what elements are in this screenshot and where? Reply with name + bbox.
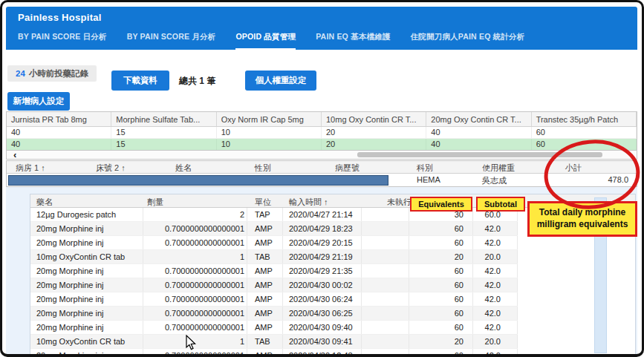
cell-drug: 20mg Morphine inj [30, 236, 143, 249]
cell-dose: 0.7000000000000001 [143, 349, 247, 354]
cell-reason [362, 222, 409, 235]
column-header-unit[interactable]: 單位 [255, 197, 271, 208]
redaction-bar [8, 175, 388, 186]
cell: 40 [7, 139, 111, 150]
cell-equivalents: 60 [409, 292, 473, 306]
cell: 10 [217, 127, 322, 138]
cell-unit: AMP [247, 349, 283, 354]
cell-time: 2020/04/29 21:19 [283, 250, 362, 263]
column-header-name[interactable]: 姓名 [175, 163, 192, 174]
cell-time: 2020/04/27 21:14 [283, 208, 362, 221]
table-row-selected[interactable]: 40 15 10 20 40 60 [7, 139, 637, 151]
cell-equivalents: 60 [409, 307, 473, 320]
cell-drug: 20mg Morphine inj [30, 292, 143, 306]
cell: 40 [426, 127, 531, 138]
cell-reason [362, 250, 409, 263]
patient-subtotal: 478.0 [608, 175, 628, 184]
medication-row[interactable]: 20mg Morphine inj 0.7000000000000001 AMP… [30, 292, 518, 307]
column-header-drug[interactable]: 藥名 [36, 197, 53, 208]
column-header-input-time[interactable]: 輸入時間 ↑ [289, 197, 328, 208]
tab-pain-eq-statistics[interactable]: 住院開刀病人PAIN EQ 統計分析 [411, 32, 525, 50]
cell-time: 2020/04/29 20:15 [283, 236, 362, 249]
cell: 40 [426, 139, 531, 150]
cell-drug: 20mg Morphine inj [30, 349, 143, 354]
patient-department: HEMA [417, 175, 440, 184]
medication-row[interactable]: 20mg Morphine inj 0.7000000000000001 AMP… [30, 349, 518, 354]
cell-equivalents: 20 [409, 250, 473, 263]
cell-unit: TAB [247, 250, 283, 263]
column-header[interactable]: 20mg Oxy Contin CR T... [426, 112, 531, 126]
medication-row[interactable]: 20mg Morphine inj 0.7000000000000001 AMP… [30, 264, 518, 278]
column-header[interactable]: Transtec 35µg/h Patch [532, 112, 637, 126]
cell-drug: 10mg OxyContin CR tab [30, 335, 143, 348]
column-header-chart-no[interactable]: 病歷號 [335, 163, 360, 174]
tab-pain-score-monthly[interactable]: BY PAIN SCORE 月分析 [127, 32, 216, 50]
hours-value: 24 [16, 69, 25, 78]
column-header[interactable]: Jurnista PR Tab 8mg [7, 112, 111, 126]
column-header[interactable]: 10mg Oxy Contin CR T... [322, 112, 426, 126]
column-header-bed[interactable]: 床號 2 ↑ [96, 163, 126, 174]
column-header-weight-user[interactable]: 使用權重 [482, 163, 515, 174]
cell-unit: AMP [247, 222, 283, 235]
cell-unit: TAP [247, 208, 283, 221]
tab-pain-eq-maintenance[interactable]: PAIN EQ 基本檔維護 [316, 32, 390, 50]
cell-equivalents: 60 [409, 349, 473, 354]
personal-weight-button[interactable]: 個人權重設定 [245, 71, 316, 91]
column-header-subtotal[interactable]: 小計 [565, 163, 582, 174]
cell-unit: AMP [247, 307, 283, 320]
patient-weight-user: 吳志成 [482, 175, 507, 186]
cell-reason [362, 278, 409, 292]
cell-reason [362, 349, 409, 354]
cell-subtotal: 42.0 [473, 292, 518, 306]
column-header-gender[interactable]: 性別 [255, 163, 271, 174]
medication-row[interactable]: 20mg Morphine inj 0.7000000000000001 AMP… [30, 278, 518, 292]
medication-row[interactable]: 10mg OxyContin CR tab 1 TAB 2020/04/30 0… [30, 335, 518, 349]
cell-drug: 20mg Morphine inj [30, 222, 143, 235]
download-data-button[interactable]: 下載資料 [111, 71, 169, 91]
cell-time: 2020/04/30 06:25 [283, 307, 362, 320]
medication-row[interactable]: 20mg Morphine inj 0.7000000000000001 AMP… [30, 222, 518, 236]
tab-opoid-quality[interactable]: OPOID 品質管理 [235, 32, 296, 50]
cell-reason [362, 307, 409, 320]
patient-table-header: 病房 1 ↑ 床號 2 ↑ 姓名 性別 病歷號 科別 使用權重 小計 [7, 161, 637, 174]
cell-drug: 20mg Morphine inj [30, 307, 143, 320]
column-header[interactable]: Morphine Sulfate Tab... [111, 112, 216, 126]
cell: 60 [532, 127, 637, 138]
app-header: Painless Hospital BY PAIN SCORE 日分析 BY P… [6, 7, 637, 50]
cell-drug: 12µg Durogesic patch [30, 208, 143, 221]
column-header-dose[interactable]: 劑量 [147, 197, 163, 208]
cell-dose: 0.7000000000000001 [143, 321, 247, 334]
horizontal-scrollbar[interactable]: ‹ [6, 150, 637, 160]
cell-dose: 0.7000000000000001 [143, 236, 247, 249]
cell-drug: 20mg Morphine inj [30, 278, 143, 292]
cell-reason [362, 292, 409, 306]
cell-reason [362, 236, 409, 249]
cell-time: 2020/04/29 21:35 [283, 264, 362, 278]
hours-filter-chip[interactable]: 24 小時前投藥記錄 [7, 65, 97, 82]
scroll-left-icon[interactable]: ‹ [13, 149, 16, 160]
cell-reason [362, 264, 409, 278]
hours-label: 小時前投藥記錄 [29, 68, 89, 79]
tab-pain-score-daily[interactable]: BY PAIN SCORE 日分析 [18, 32, 107, 50]
column-header[interactable]: Oxy Norm IR Cap 5mg [217, 112, 322, 126]
medication-row[interactable]: 20mg Morphine inj 0.7000000000000001 AMP… [30, 321, 518, 335]
cell-subtotal: 42.0 [473, 264, 518, 278]
cell-unit: AMP [247, 264, 283, 278]
column-header-ward[interactable]: 病房 1 ↑ [16, 163, 45, 174]
subtotal-header-highlight[interactable]: Subtotal [476, 197, 525, 212]
add-patient-button[interactable]: 新增病人設定 [7, 92, 70, 111]
cell-unit: AMP [247, 278, 283, 292]
table-row[interactable]: 40 15 10 20 40 60 [7, 127, 637, 139]
cell-dose: 0.7000000000000001 [143, 222, 247, 235]
equivalents-header-highlight[interactable]: Equivalents [410, 197, 472, 212]
cell-reason [362, 321, 409, 334]
scrollbar-thumb[interactable] [357, 152, 602, 157]
patient-row[interactable]: HEMA 吳志成 478.0 [7, 174, 637, 186]
medication-row[interactable]: 20mg Morphine inj 0.7000000000000001 AMP… [30, 236, 518, 250]
medication-row[interactable]: 10mg OxyContin CR tab 1 TAB 2020/04/29 2… [30, 250, 518, 264]
column-header-department[interactable]: 科別 [417, 163, 433, 174]
cell-time: 2020/04/30 09:40 [283, 321, 362, 334]
cell-dose: 2 [143, 208, 247, 221]
cell-subtotal: 42.0 [473, 321, 518, 334]
medication-row[interactable]: 20mg Morphine inj 0.7000000000000001 AMP… [30, 307, 518, 321]
